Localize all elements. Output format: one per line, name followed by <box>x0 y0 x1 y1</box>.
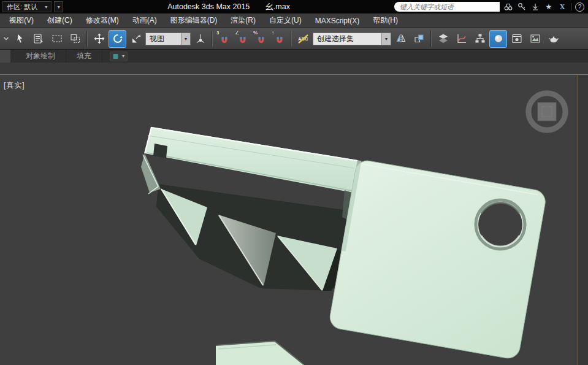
main-toolbar: 视图 ▾ 3 ∠ <box>0 28 588 49</box>
percent-snap-button[interactable]: % <box>252 30 270 48</box>
material-editor-button[interactable] <box>489 30 507 48</box>
model-blade[interactable] <box>328 159 547 360</box>
select-object-button[interactable] <box>11 30 29 48</box>
ribbon-display-options-button[interactable]: ▾ <box>110 52 128 61</box>
sign-in-key-icon[interactable] <box>517 2 527 12</box>
search-input[interactable] <box>394 2 500 12</box>
spinner-snap-label: ↕ <box>272 30 274 36</box>
infocenter: ★ X ? <box>394 2 586 12</box>
move-arrows-icon <box>93 33 105 45</box>
file-name: 幺.max <box>265 2 290 11</box>
angle-snap-label: ∠ <box>235 30 239 36</box>
perspective-viewport[interactable]: [真实] <box>0 74 588 365</box>
menu-rendering[interactable]: 渲染(R) <box>224 13 262 28</box>
named-selection-set-combo[interactable]: 创建选择集 ▾ <box>313 33 391 45</box>
schematic-view-button[interactable] <box>471 30 489 48</box>
toolbar-separator <box>430 31 432 47</box>
viewport-shading-label[interactable]: [真实] <box>4 80 25 91</box>
window-title: Autodesk 3ds Max 2015幺.max <box>66 2 392 12</box>
mirror-icon <box>395 33 407 45</box>
exchange-apps-icon[interactable]: X <box>557 2 567 12</box>
align-icon <box>413 33 426 45</box>
selection-set-value: 创建选择集 <box>313 34 357 44</box>
magnet-icon <box>273 33 286 45</box>
3ds-max-window: 作区: 默认 ▾ ▾ Autodesk 3ds Max 2015幺.max <box>0 0 588 365</box>
angle-snap-button[interactable]: ∠ <box>234 30 251 48</box>
render-dialog-icon <box>511 33 523 45</box>
frame-image-icon <box>529 33 541 45</box>
download-arrow-icon[interactable] <box>530 2 540 12</box>
favorites-star-icon[interactable]: ★ <box>544 2 554 12</box>
rendered-frame-window-button[interactable] <box>526 30 544 48</box>
workspace-label: 作区: 默认 <box>7 2 37 12</box>
help-icon[interactable]: ? <box>575 2 584 12</box>
search-binoculars-icon[interactable] <box>503 2 513 12</box>
snap-toggle-3d-button[interactable]: 3 <box>215 30 233 48</box>
model-spine-slot <box>153 144 167 158</box>
layers-icon <box>437 33 449 45</box>
title-bar: 作区: 默认 ▾ ▾ Autodesk 3ds Max 2015幺.max <box>0 0 588 13</box>
menu-views[interactable]: 视图(V) <box>2 13 40 28</box>
paint-swatch-icon <box>113 53 120 60</box>
app-title: Autodesk 3ds Max 2015 <box>167 2 250 11</box>
select-by-name-icon <box>32 33 45 45</box>
viewcube[interactable] <box>526 91 568 133</box>
toolbar-separator <box>86 31 88 47</box>
render-production-button[interactable] <box>544 30 562 48</box>
select-and-scale-button[interactable] <box>127 30 145 48</box>
magnet-icon <box>218 33 231 45</box>
workspace-selector[interactable]: 作区: 默认 ▾ <box>2 1 52 12</box>
menu-animation[interactable]: 动画(A) <box>126 13 164 28</box>
chevron-down-icon: ▾ <box>122 53 124 59</box>
chevron-down-icon: ▾ <box>45 4 47 10</box>
teapot-icon <box>548 33 560 45</box>
snap-3d-label: 3 <box>216 30 219 36</box>
chevron-down-icon: ▾ <box>58 4 60 10</box>
layer-manager-button[interactable] <box>434 30 452 48</box>
use-pivot-point-button[interactable] <box>191 30 209 48</box>
model-spine[interactable] <box>145 127 357 193</box>
pivot-point-icon <box>194 33 207 45</box>
ribbon-tab-populate[interactable]: 填充 <box>66 50 102 63</box>
rotate-circle-icon <box>112 33 124 45</box>
menu-maxscript[interactable]: MAXScript(X) <box>308 13 367 28</box>
schematic-nodes-icon <box>474 33 486 45</box>
render-setup-button[interactable] <box>508 30 525 48</box>
scale-triangle-icon <box>130 33 142 45</box>
rectangular-region-icon <box>51 33 63 45</box>
command-panel-edge <box>578 75 588 365</box>
chevron-down-icon[interactable]: ▾ <box>381 33 391 45</box>
chevron-down-icon[interactable]: ▾ <box>181 33 190 45</box>
ribbon-body-collapsed <box>0 63 588 74</box>
select-and-move-button[interactable] <box>90 30 108 48</box>
material-sphere-icon <box>492 33 505 45</box>
menu-modifiers[interactable]: 修改器(M) <box>79 13 126 28</box>
select-and-rotate-button[interactable] <box>109 30 126 48</box>
menu-graph-editors[interactable]: 图形编辑器(D) <box>164 13 224 28</box>
toolbar-separator <box>212 31 213 47</box>
align-button[interactable] <box>410 30 428 48</box>
workspace-flyout-button[interactable]: ▾ <box>54 1 63 12</box>
window-crossing-icon <box>69 33 82 45</box>
ribbon-tab-bar: 对象绘制 填充 ▾ <box>0 49 588 63</box>
menu-customize[interactable]: 自定义(U) <box>262 13 308 28</box>
pencil-icon <box>294 30 312 48</box>
toolbar-separator <box>291 31 292 47</box>
toolbar-overflow-button[interactable] <box>1 30 10 48</box>
mirror-button[interactable] <box>392 30 410 48</box>
select-by-name-button[interactable] <box>29 30 47 48</box>
window-crossing-button[interactable] <box>66 30 84 48</box>
edit-named-selections-button[interactable]: ABC <box>294 30 312 48</box>
selection-region-button[interactable] <box>48 30 66 48</box>
spinner-snap-button[interactable]: ↕ <box>270 30 288 48</box>
ribbon-tab-object-paint[interactable]: 对象绘制 <box>15 50 66 63</box>
curve-editor-button[interactable] <box>452 30 470 48</box>
titlebar-separator <box>571 3 571 10</box>
menu-create[interactable]: 创建(C) <box>40 13 79 28</box>
reference-coordinate-combo[interactable]: 视图 ▾ <box>145 33 191 45</box>
ribbon-collapsed-tab[interactable] <box>0 50 10 63</box>
menu-help[interactable]: 帮助(H) <box>366 13 405 28</box>
select-cursor-icon <box>14 33 26 45</box>
viewport-canvas[interactable] <box>0 75 578 365</box>
curve-graph-icon <box>456 33 468 45</box>
